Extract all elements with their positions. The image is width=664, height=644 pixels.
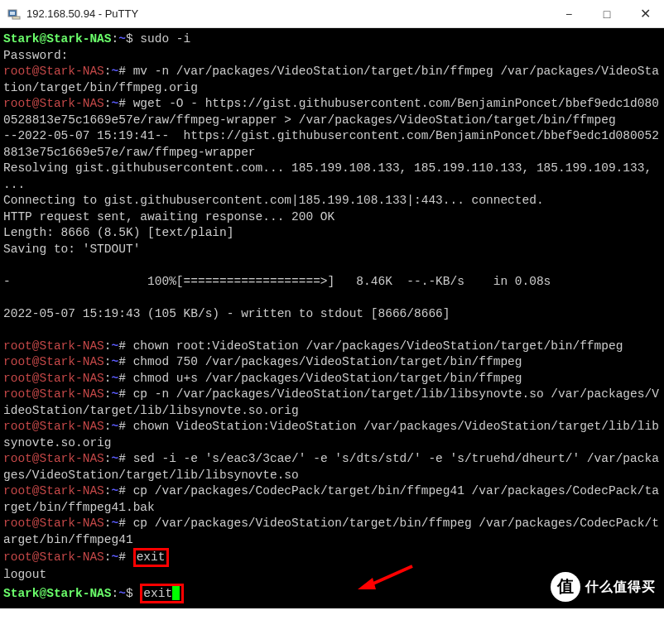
prompt-user-host: root@Stark-NAS — [3, 355, 104, 368]
close-icon: ✕ — [640, 6, 651, 22]
prompt-user-host: root@Stark-NAS — [3, 420, 104, 433]
prompt-colon: : — [104, 420, 112, 433]
prompt-user-host: root@Stark-NAS — [3, 452, 104, 465]
terminal-output-line: Saving to: 'STDOUT' — [3, 243, 140, 256]
prompt-colon: : — [104, 387, 112, 401]
terminal-output-line: 2022-05-07 15:19:43 (105 KB/s) - written… — [3, 307, 450, 320]
svg-marker-4 — [358, 578, 376, 589]
window-title: 192.168.50.94 - PuTTY — [26, 7, 138, 20]
prompt-sigil: # — [118, 517, 126, 530]
putty-icon — [7, 7, 22, 22]
terminal-output-line: - 100%[===================>] 8.46K --.-K… — [3, 275, 551, 288]
prompt-user-host: root@Stark-NAS — [3, 517, 104, 530]
terminal-output-line: HTTP request sent, awaiting response... … — [3, 210, 334, 223]
prompt-colon: : — [104, 452, 112, 465]
command-text: chmod u+s /var/packages/VideoStation/tar… — [133, 372, 522, 385]
prompt-path: ~ — [112, 372, 119, 385]
watermark: 值什么值得买 — [551, 570, 656, 603]
cursor — [172, 586, 180, 600]
prompt-sigil: # — [118, 550, 126, 564]
svg-rect-2 — [12, 17, 20, 19]
prompt-path: ~ — [112, 65, 119, 78]
highlighted-command: exit — [140, 584, 184, 603]
command-text: chmod 750 /var/packages/VideoStation/tar… — [133, 355, 522, 368]
prompt-sigil: # — [118, 484, 126, 497]
prompt-user-host: root@Stark-NAS — [3, 372, 104, 385]
prompt-path: ~ — [112, 517, 119, 530]
close-button[interactable]: ✕ — [626, 0, 664, 28]
prompt-user-host: root@Stark-NAS — [3, 387, 104, 401]
prompt-colon: : — [112, 32, 119, 46]
annotation-arrow — [356, 561, 414, 600]
prompt-colon: : — [104, 65, 112, 78]
svg-line-3 — [368, 566, 412, 586]
prompt-sigil: # — [118, 420, 126, 433]
minimize-button[interactable]: − — [550, 0, 588, 28]
svg-rect-1 — [10, 12, 15, 15]
highlighted-command: exit — [133, 548, 170, 567]
prompt-path: ~ — [118, 587, 126, 600]
prompt-colon: : — [104, 550, 112, 564]
prompt-sigil: # — [118, 387, 126, 401]
terminal-viewport[interactable]: Stark@Stark-NAS:~$ sudo -i Password: roo… — [0, 28, 664, 608]
maximize-icon: □ — [604, 7, 610, 21]
prompt-path: ~ — [112, 420, 119, 433]
prompt-sigil: # — [118, 339, 126, 353]
prompt-sigil: # — [118, 372, 126, 385]
prompt-colon: : — [104, 355, 112, 368]
command-text: exit — [143, 587, 172, 600]
terminal-output-line: Password: — [3, 49, 68, 62]
command-text: exit — [137, 550, 166, 564]
watermark-text: 什么值得买 — [585, 579, 656, 595]
prompt-path: ~ — [112, 387, 119, 401]
prompt-colon: : — [112, 587, 119, 600]
prompt-user-host: root@Stark-NAS — [3, 339, 104, 353]
prompt-user-host: root@Stark-NAS — [3, 550, 104, 564]
prompt-sigil: # — [118, 355, 126, 368]
prompt-user-host: root@Stark-NAS — [3, 484, 104, 497]
prompt-path: ~ — [112, 97, 119, 110]
prompt-user-host: root@Stark-NAS — [3, 65, 104, 78]
command-text: chown root:VideoStation /var/packages/Vi… — [133, 339, 623, 353]
prompt-sigil: # — [118, 452, 126, 465]
prompt-user-host: Stark@Stark-NAS — [3, 32, 112, 46]
prompt-user-host: root@Stark-NAS — [3, 97, 104, 110]
prompt-path: ~ — [112, 452, 119, 465]
prompt-colon: : — [104, 372, 112, 385]
prompt-path: ~ — [112, 339, 119, 353]
terminal-output-line: Connecting to gist.githubusercontent.com… — [3, 194, 544, 207]
terminal-output-line: logout — [3, 568, 46, 581]
prompt-path: ~ — [112, 484, 119, 497]
terminal-output-line: Length: 8666 (8.5K) [text/plain] — [3, 226, 233, 239]
prompt-colon: : — [104, 484, 112, 497]
prompt-sigil: $ — [126, 32, 133, 46]
putty-window: 192.168.50.94 - PuTTY − □ ✕ Stark@Stark-… — [0, 0, 664, 608]
prompt-colon: : — [104, 339, 112, 353]
terminal-output-line: Resolving gist.githubusercontent.com... … — [3, 161, 659, 191]
prompt-path: ~ — [112, 355, 119, 368]
command-text: sudo -i — [140, 32, 190, 46]
prompt-sigil: # — [118, 65, 126, 78]
prompt-path: ~ — [112, 550, 119, 564]
prompt-colon: : — [104, 97, 112, 110]
terminal-output-line: --2022-05-07 15:19:41-- https://gist.git… — [3, 129, 659, 159]
prompt-sigil: $ — [126, 587, 133, 600]
watermark-badge: 值 — [551, 572, 580, 602]
title-bar[interactable]: 192.168.50.94 - PuTTY − □ ✕ — [0, 0, 664, 28]
prompt-path: ~ — [118, 32, 126, 46]
maximize-button[interactable]: □ — [588, 0, 626, 28]
prompt-colon: : — [104, 517, 112, 530]
prompt-sigil: # — [118, 97, 126, 110]
minimize-icon: − — [565, 7, 572, 21]
prompt-user-host: Stark@Stark-NAS — [3, 587, 112, 600]
